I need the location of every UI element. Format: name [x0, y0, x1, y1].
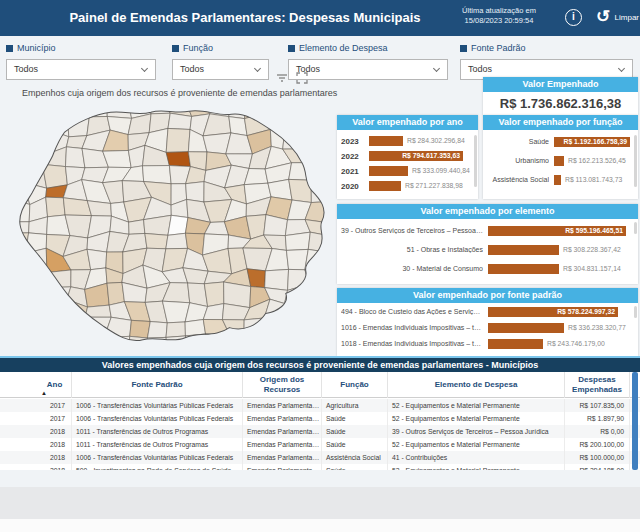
bar-row: 2021R$ 333.099.440,84 [337, 166, 478, 181]
bar-value-label: R$ 284.302.296,84 [407, 137, 465, 144]
chart-title: Valor empenhado por função [483, 115, 638, 130]
bar-category-label: 1016 - Emendas Individuais Impositivas –… [341, 324, 483, 331]
chevron-down-icon [618, 65, 625, 72]
scrollbar[interactable] [634, 135, 637, 187]
table-cell: Saúde [322, 438, 388, 451]
bar[interactable] [488, 264, 559, 274]
kpi-title: Valor Empenhado [483, 77, 638, 92]
bar-value-label: R$ 1.192.166.758,39 [564, 137, 628, 147]
limpar-label: Limpar [615, 13, 639, 22]
chart-title: Valor empenhado por ano [337, 115, 478, 130]
chart-valor-por-fonte-padrao: Valor empenhado por fonte padrão 494 - B… [337, 288, 638, 356]
info-icon[interactable]: i [565, 9, 582, 26]
bar[interactable]: R$ 794.617.353,63 [369, 151, 463, 161]
bar-row: 494 - Bloco de Custeio das Ações e Servi… [337, 307, 638, 323]
slicer-elemento-dropdown[interactable]: Todos [288, 59, 448, 80]
reset-filters-icon[interactable]: ↺ [593, 7, 613, 27]
slicer-elemento: Elemento de Despesa Todos [288, 42, 448, 86]
bar[interactable]: R$ 595.196.465,51 [488, 226, 626, 236]
slicer-funcao: Função Todos [172, 42, 269, 86]
chart-valor-por-funcao: Valor empenhado por função SaúdeR$ 1.192… [483, 115, 638, 199]
bar[interactable] [369, 166, 408, 176]
bar-row: 2020R$ 271.227.838,98 [337, 181, 478, 196]
chart-plot-area: 494 - Bloco de Custeio das Ações e Servi… [337, 303, 638, 355]
scrollbar[interactable] [474, 135, 477, 187]
bar-row: 2023R$ 284.302.296,84 [337, 136, 478, 151]
focus-mode-icon[interactable] [295, 71, 308, 84]
table-cell: Saúde [322, 412, 388, 425]
kpi-card-valor-empenhado: Valor Empenhado R$ 1.736.862.316,38 [483, 77, 638, 115]
table-row[interactable]: 20171006 - Transferências Voluntárias Pú… [0, 399, 640, 412]
bar[interactable] [554, 175, 561, 185]
table-cell: 2018 [38, 425, 72, 438]
column-header[interactable]: Despesas Empenhadas [565, 372, 630, 398]
table-row[interactable]: 20171006 - Transferências Voluntárias Pú… [0, 412, 640, 425]
last-update-value: 15/08/2023 20:59:54 [453, 16, 545, 26]
bar[interactable] [488, 339, 543, 349]
table-cell: 500 - Investimentos na Rede de Serviços … [72, 464, 243, 470]
table-row[interactable]: 2018500 - Investimentos na Rede de Servi… [0, 464, 640, 470]
bar-row: Assistência SocialR$ 113.081.743,73 [483, 175, 638, 194]
bar-category-label: 494 - Bloco de Custeio das Ações e Servi… [341, 308, 483, 315]
bar[interactable]: R$ 578.224.997,32 [488, 307, 618, 317]
table-cell: Emendas Parlamentares [243, 438, 322, 451]
details-table: Ano▲Fonte PadrãoOrigem dos RecursosFunçã… [0, 372, 640, 470]
table-cell: Saúde [322, 464, 388, 470]
bar-category-label: 30 - Material de Consumo [341, 265, 483, 272]
bar[interactable] [369, 136, 403, 146]
slicer-municipio: Município Todos [6, 42, 156, 86]
bar-value-label: R$ 304.831.157,14 [563, 265, 621, 272]
table-row[interactable]: 20181011 - Transferências de Outros Prog… [0, 425, 640, 438]
table-cell: 2018 [38, 451, 72, 464]
table-cell: Emendas Parlamentares [243, 451, 322, 464]
bar-value-label: R$ 308.228.367,42 [563, 246, 621, 253]
chart-title: Valor empenhado por elemento [337, 204, 638, 219]
slicer-funcao-dropdown[interactable]: Todos [172, 59, 269, 80]
table-cell: R$ 100.000,00 [565, 451, 630, 464]
bar[interactable] [488, 323, 564, 333]
table-cell: R$ 394.185,00 [565, 464, 630, 470]
column-header[interactable]: Origem dos Recursos [243, 372, 322, 398]
page-bottom-margin [0, 519, 640, 532]
bar-value-label: R$ 333.099.440,84 [412, 167, 470, 174]
bar-category-label: Urbanismo [487, 157, 549, 164]
municipalities-layer[interactable] [6, 98, 330, 352]
table-scrollbar[interactable] [632, 372, 638, 470]
column-header[interactable]: Ano▲ [38, 372, 72, 398]
sort-ascending-icon: ▲ [41, 390, 47, 397]
chart-plot-area: 2023R$ 284.302.296,842022R$ 794.617.353,… [337, 130, 478, 196]
bar[interactable] [554, 156, 564, 166]
chart-plot-area: SaúdeR$ 1.192.166.758,39UrbanismoR$ 162.… [483, 130, 638, 194]
table-row[interactable]: 20181006 - Transferências Voluntárias Pú… [0, 451, 640, 464]
table-cell: 1006 - Transferências Voluntárias Públic… [72, 412, 243, 425]
chart-valor-por-ano: Valor empenhado por ano 2023R$ 284.302.2… [337, 115, 478, 199]
slicer-municipio-dropdown[interactable]: Todos [6, 59, 156, 80]
table-cell: 1011 - Transferências de Outros Programa… [72, 438, 243, 451]
table-cell: Saúde [322, 425, 388, 438]
visual-toolbar [275, 71, 311, 86]
scrollbar[interactable] [634, 222, 637, 234]
scrollbar[interactable] [634, 306, 637, 318]
column-header[interactable]: Elemento de Despesa [388, 372, 565, 398]
bar-value-label: R$ 336.238.320,77 [568, 324, 626, 331]
bar[interactable]: R$ 1.192.166.758,39 [554, 137, 630, 147]
square-bullet-icon [460, 45, 467, 52]
table-row[interactable]: 20181011 - Transferências de Outros Prog… [0, 438, 640, 451]
bar-value-label: R$ 243.746.179,00 [547, 340, 605, 347]
bar-value-label: R$ 794.617.353,63 [402, 151, 460, 161]
map-caption: Empenhos cuja origem dos recursos é prov… [22, 88, 337, 98]
column-header[interactable]: Função [322, 372, 388, 398]
bar-value-label: R$ 578.224.997,32 [557, 307, 615, 317]
parana-choropleth-map[interactable] [6, 98, 330, 352]
bar[interactable] [488, 245, 559, 255]
table-cell: 2017 [38, 399, 72, 412]
table-cell: Agricultura [322, 399, 388, 412]
chevron-down-icon [433, 65, 440, 72]
column-header[interactable]: Fonte Padrão [72, 372, 243, 398]
table-cell: 1006 - Transferências Voluntárias Públic… [72, 399, 243, 412]
table-cell: Emendas Parlamentares [243, 399, 322, 412]
filter-icon[interactable] [275, 71, 288, 84]
bar[interactable] [369, 181, 401, 191]
bar-category-label: 51 - Obras e Instalações [341, 246, 483, 253]
bar-category-label: 1018 - Emendas Individuais Impositivas –… [341, 340, 483, 347]
